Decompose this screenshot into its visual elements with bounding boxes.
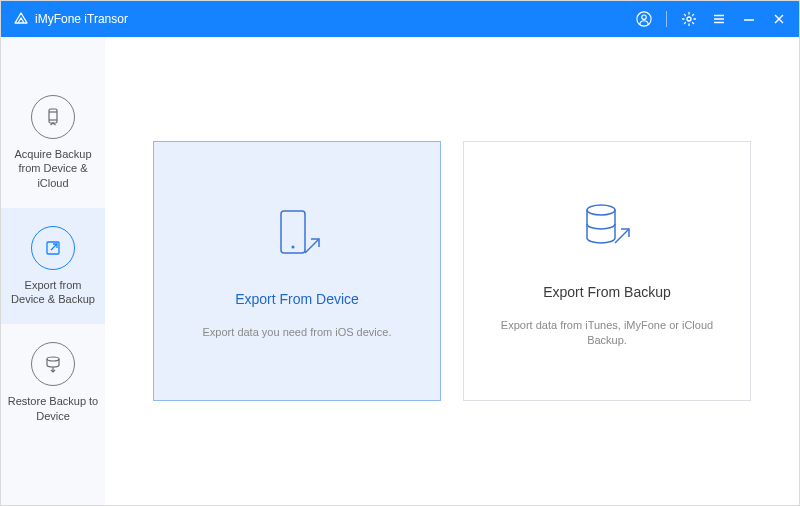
card-description: Export data from iTunes, iMyFone or iClo… <box>484 318 730 349</box>
restore-icon <box>31 342 75 386</box>
app-title: iMyFone iTransor <box>35 12 128 26</box>
settings-button[interactable] <box>681 11 697 27</box>
sidebar-item-label: Acquire Backup from Device & iCloud <box>7 147 99 190</box>
device-export-icon <box>261 201 333 273</box>
card-export-from-backup[interactable]: Export From Backup Export data from iTun… <box>463 141 751 401</box>
sidebar-item-acquire-backup[interactable]: Acquire Backup from Device & iCloud <box>1 77 105 208</box>
main-content: Export From Device Export data you need … <box>105 37 799 505</box>
backup-export-icon <box>571 194 643 266</box>
sidebar-item-label: Restore Backup to Device <box>7 394 99 423</box>
device-cloud-icon <box>31 95 75 139</box>
sidebar-item-restore[interactable]: Restore Backup to Device <box>1 324 105 441</box>
minimize-button[interactable] <box>741 11 757 27</box>
card-description: Export data you need from iOS device. <box>203 325 392 340</box>
svg-line-13 <box>51 244 57 250</box>
close-button[interactable] <box>771 11 787 27</box>
svg-point-2 <box>687 17 691 21</box>
sidebar: Acquire Backup from Device & iCloud Expo… <box>1 37 105 505</box>
separator <box>666 11 667 27</box>
svg-point-17 <box>292 246 295 249</box>
sidebar-item-label: Export from Device & Backup <box>7 278 99 307</box>
svg-line-18 <box>305 239 319 253</box>
app-logo: iMyFone iTransor <box>13 10 128 29</box>
window-controls <box>636 11 787 27</box>
app-window: iMyFone iTransor <box>0 0 800 506</box>
svg-point-19 <box>587 205 615 215</box>
export-icon <box>31 226 75 270</box>
svg-point-14 <box>47 357 59 361</box>
card-title: Export From Device <box>235 291 359 307</box>
titlebar: iMyFone iTransor <box>1 1 799 37</box>
svg-rect-9 <box>49 109 57 123</box>
card-export-from-device[interactable]: Export From Device Export data you need … <box>153 141 441 401</box>
svg-point-1 <box>642 15 646 19</box>
account-button[interactable] <box>636 11 652 27</box>
sidebar-item-export[interactable]: Export from Device & Backup <box>1 208 105 325</box>
card-title: Export From Backup <box>543 284 671 300</box>
svg-line-20 <box>615 229 629 243</box>
menu-button[interactable] <box>711 11 727 27</box>
body: Acquire Backup from Device & iCloud Expo… <box>1 37 799 505</box>
logo-icon <box>13 10 29 29</box>
